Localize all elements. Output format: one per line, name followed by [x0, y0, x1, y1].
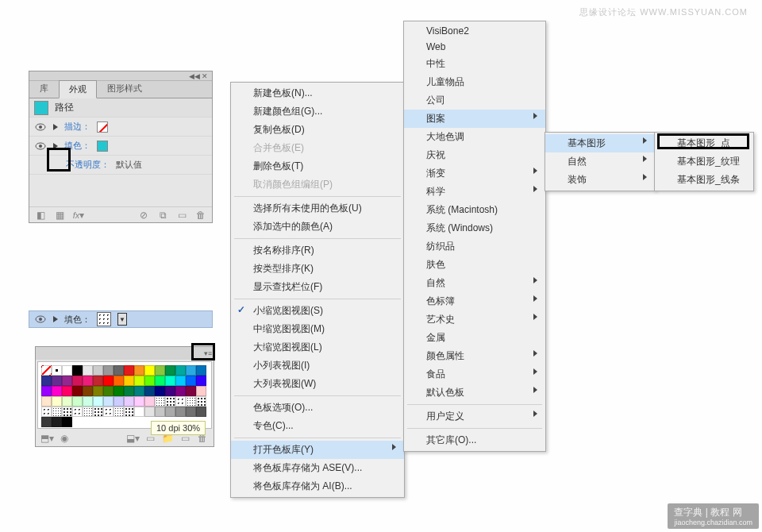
swatch-cell[interactable]	[62, 376, 72, 386]
menu-item[interactable]: 专色(C)...	[231, 417, 404, 435]
swatch-cell[interactable]	[175, 386, 186, 396]
swatch-cell[interactable]	[124, 365, 134, 376]
duplicate-icon[interactable]: ⧉	[156, 209, 169, 222]
swatch-cell[interactable]	[62, 396, 72, 407]
menu-item[interactable]: 删除色板(T)	[231, 157, 404, 175]
swatch-cell[interactable]	[72, 386, 83, 396]
menu-item[interactable]: 食品	[404, 365, 545, 384]
menu-item[interactable]: 纺织品	[404, 237, 545, 256]
swatch-cell[interactable]	[155, 376, 165, 386]
swatch-cell[interactable]	[196, 386, 206, 396]
menu-item[interactable]: 庆祝	[404, 146, 545, 164]
swatch-cell[interactable]	[41, 365, 52, 376]
swatch-cell[interactable]	[52, 376, 62, 386]
menu-item[interactable]: 按类型排序(K)	[231, 260, 404, 278]
swatch-cell[interactable]	[41, 386, 52, 396]
menu-item[interactable]: VisiBone2	[404, 23, 545, 39]
swatch-cell[interactable]	[93, 376, 103, 386]
menu-item[interactable]: 金属	[404, 329, 545, 347]
swatch-cell[interactable]	[124, 407, 134, 417]
menu-item[interactable]: 复制色板(D)	[231, 121, 404, 139]
mini-fill-row[interactable]: 填色： ▼	[29, 310, 213, 328]
swatch-cell[interactable]	[114, 407, 124, 417]
menu-item[interactable]: 系统 (Windows)	[404, 219, 545, 237]
swatch-cell[interactable]	[103, 407, 114, 417]
menu-item[interactable]: 基本图形_线条	[655, 171, 753, 189]
menu-item[interactable]: 将色板库存储为 AI(B)...	[231, 477, 404, 495]
swatch-cell[interactable]	[165, 407, 175, 417]
menu-item[interactable]: 中缩览图视图(M)	[231, 320, 404, 338]
swatch-cell[interactable]	[165, 365, 175, 376]
swatch-cell[interactable]	[72, 365, 83, 376]
swatch-cell[interactable]	[41, 417, 52, 427]
swatch-cell[interactable]	[196, 396, 206, 407]
menu-item[interactable]: 系统 (Macintosh)	[404, 201, 545, 219]
swatch-cell[interactable]	[93, 365, 103, 376]
opacity-row[interactable]: 不透明度： 默认值	[29, 156, 212, 175]
menu-item[interactable]: 选择所有未使用的色板(U)	[231, 199, 404, 218]
swatch-cell[interactable]	[175, 407, 186, 417]
fx-icon[interactable]: fx▾	[72, 209, 85, 222]
flyout-menu-icon[interactable]: ▾≡	[204, 349, 212, 357]
swatch-cell[interactable]	[186, 407, 196, 417]
menu-item[interactable]: 大列表视图(W)	[231, 375, 404, 393]
menu-item[interactable]: 小列表视图(I)	[231, 357, 404, 375]
swatch-cell[interactable]	[134, 376, 144, 386]
swatch-cell[interactable]	[114, 396, 124, 407]
library-menu-icon[interactable]: ⬒▾	[40, 432, 53, 445]
menu-item[interactable]: 色标簿	[404, 292, 545, 310]
fill-row[interactable]: 填色：	[29, 137, 212, 156]
swatch-cell[interactable]	[144, 396, 155, 407]
swatch-cell[interactable]	[124, 396, 134, 407]
menu-item[interactable]: 添加选中的颜色(A)	[231, 218, 404, 236]
swatch-cell[interactable]	[93, 407, 103, 417]
swatch-cell[interactable]	[103, 386, 114, 396]
dropdown-arrow-icon[interactable]: ▼	[117, 313, 127, 326]
swatch-cell[interactable]	[72, 396, 83, 407]
swatch-cell[interactable]	[114, 376, 124, 386]
swatch-cell[interactable]	[62, 365, 72, 376]
swatch-cell[interactable]	[62, 386, 72, 396]
swatch-cell[interactable]	[114, 365, 124, 376]
stroke-row[interactable]: 描边：	[29, 118, 212, 137]
fill-swatch[interactable]	[97, 141, 108, 152]
menu-item[interactable]: 基本图形_纹理	[655, 152, 753, 171]
stroke-label[interactable]: 描边：	[64, 121, 90, 133]
menu-item[interactable]: 图案	[404, 110, 545, 128]
menu-item[interactable]: 将色板库存储为 ASE(V)...	[231, 459, 404, 477]
camera-icon[interactable]: ◉	[58, 432, 71, 445]
swatch-cell[interactable]	[186, 376, 196, 386]
menu-item[interactable]: 儿童物品	[404, 73, 545, 91]
swatch-cell[interactable]	[144, 376, 155, 386]
swatch-cell[interactable]	[144, 407, 155, 417]
swatch-cell[interactable]	[52, 386, 62, 396]
menu-item[interactable]: 其它库(O)...	[404, 431, 545, 449]
menu-item[interactable]: 新建颜色组(G)...	[231, 102, 404, 121]
show-kinds-icon[interactable]: ⬓▾	[126, 432, 139, 445]
swatch-cell[interactable]	[52, 396, 62, 407]
swatch-cell[interactable]	[72, 376, 83, 386]
swatch-cell[interactable]	[165, 376, 175, 386]
expand-icon[interactable]	[53, 124, 58, 130]
menu-item[interactable]: 大地色调	[404, 128, 545, 146]
menu-item[interactable]: 大缩览图视图(L)	[231, 338, 404, 357]
swatch-cell[interactable]	[83, 365, 93, 376]
trash-icon[interactable]: 🗑	[194, 209, 207, 222]
swatch-cell[interactable]	[175, 376, 186, 386]
close-icon[interactable]: ✕	[201, 72, 209, 80]
new-icon[interactable]: ▭	[175, 209, 188, 222]
menu-item[interactable]: 艺术史	[404, 310, 545, 329]
swatch-cell[interactable]	[93, 386, 103, 396]
swatch-cell[interactable]	[186, 386, 196, 396]
menu-item[interactable]: 装饰	[545, 171, 655, 189]
swatch-cell[interactable]	[186, 365, 196, 376]
collapse-icon[interactable]: ◀◀	[189, 72, 197, 80]
fill-label[interactable]: 填色：	[64, 140, 90, 152]
menu-item[interactable]: 用户定义	[404, 407, 545, 426]
swatch-cell[interactable]	[175, 396, 186, 407]
menu-item[interactable]: 显示查找栏位(F)	[231, 278, 404, 296]
tab-appearance[interactable]: 外观	[59, 80, 97, 98]
menu-item[interactable]: 色板选项(O)...	[231, 399, 404, 417]
expand-icon[interactable]	[53, 143, 58, 149]
swatch-cell[interactable]	[155, 396, 165, 407]
